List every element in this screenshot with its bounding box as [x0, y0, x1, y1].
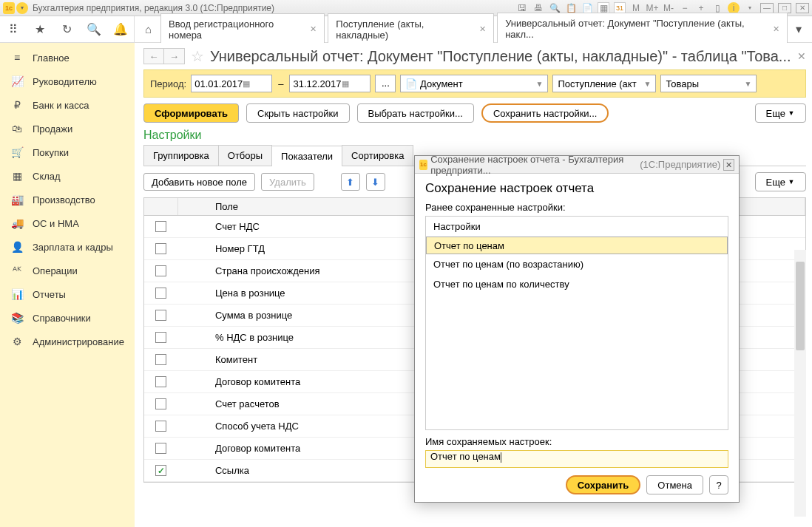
add-field-button[interactable]: Добавить новое поле [143, 173, 255, 191]
sidebar-item[interactable]: 🚚ОС и НМА [0, 211, 135, 235]
settings-name-input[interactable]: Отчет по ценам [425, 450, 728, 468]
bell-icon[interactable]: 🔔 [112, 21, 129, 38]
history-icon[interactable]: ↻ [58, 21, 75, 38]
page-close-icon[interactable]: ✕ [797, 50, 806, 62]
choose-settings-button[interactable]: Выбрать настройки... [357, 103, 474, 123]
app-logo-icon: 1c [419, 160, 427, 170]
chevron-down-icon: ▼ [788, 178, 795, 186]
sidebar-item[interactable]: ≡Главное [0, 46, 135, 69]
dialog-cancel-button[interactable]: Отмена [646, 475, 703, 494]
move-up-button[interactable]: ⬆ [341, 173, 360, 191]
table-select[interactable]: Товары ▼ [660, 75, 757, 92]
sidebar-item[interactable]: 🛒Покупки [0, 140, 135, 164]
search-icon[interactable]: 🔍 [85, 21, 103, 38]
sidebar-label: Склад [33, 171, 61, 182]
dialog-save-button[interactable]: Сохранить [566, 475, 641, 494]
sidebar-item[interactable]: ▦Склад [0, 164, 135, 188]
name-input-label: Имя сохраняемых настроек: [425, 436, 728, 447]
dialog-help-button[interactable]: ? [709, 475, 728, 494]
settings-tab[interactable]: Показатели [271, 146, 342, 166]
col-checkbox [144, 198, 178, 215]
doc-icon: 📄 [405, 78, 417, 89]
calendar-icon[interactable]: ▦ [243, 79, 268, 89]
settings-name-value: Отчет по ценам [430, 451, 501, 462]
saved-settings-list[interactable]: НастройкиОтчет по ценамОтчет по ценам (п… [425, 216, 728, 430]
row-checkbox[interactable] [155, 243, 166, 254]
more-label: Еще [766, 108, 785, 119]
settings-tab[interactable]: Сортировка [342, 145, 413, 166]
sidebar-item[interactable]: ₽Банк и касса [0, 93, 135, 117]
favorite-star-icon[interactable]: ★ [31, 21, 49, 38]
sidebar-item[interactable]: 👤Зарплата и кадры [0, 235, 135, 259]
row-checkbox[interactable] [155, 376, 166, 387]
sidebar-label: Операции [33, 265, 78, 276]
dialog-close-button[interactable]: ✕ [723, 159, 734, 171]
settings-heading: Настройки [143, 129, 806, 142]
sidebar-icon: 📊 [10, 288, 24, 300]
settings-tab[interactable]: Группировка [143, 145, 219, 166]
row-checkbox[interactable] [155, 310, 166, 321]
settings-tab[interactable]: Отборы [218, 145, 272, 166]
date-from-input[interactable]: 01.01.2017 ▦ [191, 75, 272, 92]
sidebar-item[interactable]: 📚Справочники [0, 306, 135, 330]
move-down-button[interactable]: ⬇ [366, 173, 385, 191]
tab-label: Поступление (акты, накладные) [336, 18, 475, 41]
list-item[interactable]: Отчет по ценам [426, 237, 728, 254]
more-button[interactable]: Еще ▼ [755, 103, 806, 123]
window-maximize[interactable]: □ [778, 3, 791, 13]
favorite-outline-icon[interactable]: ☆ [191, 47, 204, 65]
window-close[interactable]: ✕ [796, 3, 809, 13]
tab-registration[interactable]: Ввод регистрационного номера ✕ [160, 13, 325, 46]
close-icon[interactable]: ✕ [773, 24, 779, 34]
row-checkbox[interactable] [155, 288, 166, 299]
row-checkbox[interactable]: ✓ [155, 465, 166, 476]
save-settings-dialog: 1c Сохранение настроек отчета - Бухгалте… [414, 155, 740, 503]
apps-icon[interactable]: ⠿ [4, 21, 22, 38]
scrollbar-thumb[interactable] [796, 262, 805, 350]
generate-button[interactable]: Сформировать [143, 103, 239, 123]
period-picker-button[interactable]: ... [375, 75, 396, 92]
window-minimize[interactable]: — [760, 3, 774, 13]
row-checkbox[interactable] [155, 398, 166, 409]
object-type-select[interactable]: 📄 Документ ▼ [400, 75, 548, 92]
save-settings-button[interactable]: Сохранить настройки... [481, 103, 609, 123]
tab-receipt[interactable]: Поступление (акты, накладные) ✕ [328, 13, 494, 46]
app-menu-dropdown-icon[interactable]: ▾ [16, 2, 28, 14]
sidebar-icon: 🛍 [10, 123, 24, 135]
tab-label: Ввод регистрационного номера [169, 18, 305, 41]
row-checkbox[interactable] [155, 221, 166, 232]
nav-back-button[interactable]: ← [143, 48, 164, 64]
sidebar-label: Покупки [33, 147, 69, 158]
nav-forward-button[interactable]: → [164, 48, 185, 64]
close-icon[interactable]: ✕ [310, 24, 317, 34]
list-item[interactable]: Отчет по ценам (по возрастанию) [426, 254, 728, 274]
hide-settings-button[interactable]: Скрыть настройки [246, 103, 350, 123]
scrollbar[interactable] [794, 250, 806, 517]
list-item[interactable]: Отчет по ценам по количеству [426, 274, 728, 294]
row-checkbox[interactable] [155, 265, 166, 276]
dash: – [277, 78, 285, 89]
sidebar-item[interactable]: 📊Отчеты [0, 282, 135, 306]
date-to-input[interactable]: 31.12.2017 ▦ [289, 75, 371, 92]
dialog-source: (1С:Предприятие) [640, 159, 720, 170]
tab-universal-report[interactable]: Универсальный отчет: Документ "Поступлен… [497, 13, 788, 46]
sidebar-item[interactable]: ⚙Администрирование [0, 330, 135, 353]
close-icon[interactable]: ✕ [479, 24, 486, 34]
row-checkbox[interactable] [155, 443, 166, 454]
sidebar-item[interactable]: 📈Руководителю [0, 69, 135, 93]
home-icon[interactable]: ⌂ [139, 20, 158, 38]
delete-field-button[interactable]: Удалить [261, 173, 314, 191]
table-value: Товары [666, 78, 699, 89]
window-title: Бухгалтерия предприятия, редакция 3.0 (1… [33, 3, 516, 13]
more-button[interactable]: Еще ▼ [755, 172, 806, 191]
sidebar-item[interactable]: 🛍Продажи [0, 117, 135, 140]
row-checkbox[interactable] [155, 354, 166, 365]
calendar-icon[interactable]: ▦ [342, 79, 368, 89]
document-select[interactable]: Поступление (акт ▼ [552, 75, 656, 92]
sidebar-item[interactable]: ᴬᴷОперации [0, 259, 135, 282]
list-item[interactable]: Настройки [426, 217, 728, 237]
sidebar-item[interactable]: 🏭Производство [0, 188, 135, 211]
row-checkbox[interactable] [155, 421, 166, 432]
tab-overflow-icon[interactable]: ▾ [791, 21, 808, 38]
row-checkbox[interactable] [155, 332, 166, 343]
